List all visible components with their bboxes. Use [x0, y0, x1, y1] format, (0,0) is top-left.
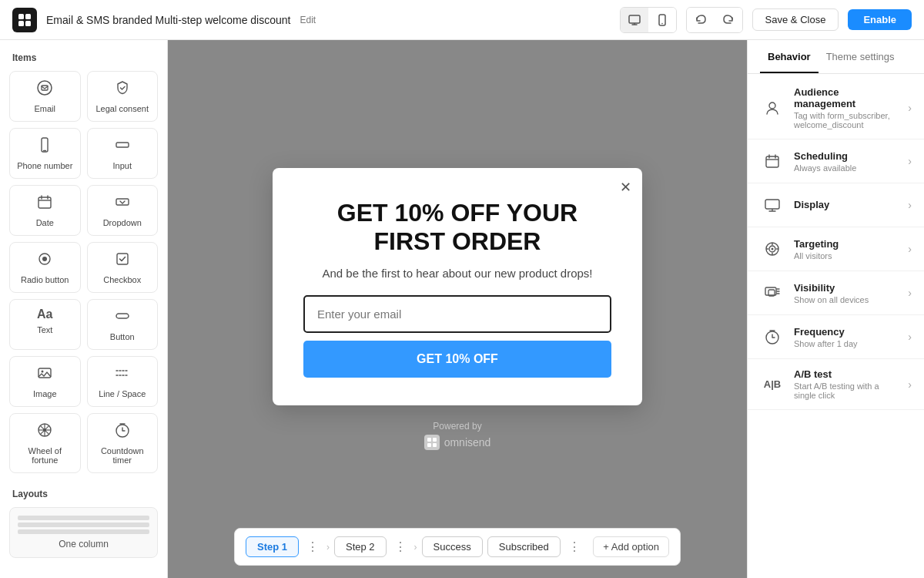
edit-label[interactable]: Edit: [300, 15, 316, 25]
step-1-menu-button[interactable]: ⋮: [303, 538, 322, 556]
add-option-button[interactable]: + Add option: [593, 536, 669, 557]
svg-rect-35: [427, 438, 431, 442]
item-email-label: Email: [34, 104, 55, 113]
popup-close-button[interactable]: ✕: [620, 179, 631, 196]
rpi-frequency[interactable]: Frequency Show after 1 day ›: [748, 315, 924, 359]
line-space-icon: [114, 365, 131, 385]
rpi-audience-management[interactable]: Audience management Tag with form_subscr…: [748, 77, 924, 139]
item-date[interactable]: Date: [9, 185, 81, 236]
item-input[interactable]: Input: [87, 128, 159, 179]
image-icon: [36, 365, 53, 385]
text-icon: Aa: [37, 307, 52, 321]
targeting-subtitle: All visitors: [794, 251, 899, 260]
popup-modal: ✕ GET 10% OFF YOUR FIRST ORDER And be th…: [273, 168, 642, 405]
item-email[interactable]: Email: [9, 71, 81, 122]
svg-rect-3: [25, 21, 31, 26]
redo-button[interactable]: [715, 8, 742, 32]
app-logo: [12, 8, 37, 32]
ab-test-icon: A|B: [760, 372, 785, 397]
scheduling-chevron: ›: [908, 155, 912, 167]
svg-rect-21: [117, 254, 128, 264]
items-section-title: Items: [9, 52, 158, 63]
item-countdown-timer[interactable]: Countdown timer: [87, 413, 159, 473]
visibility-icon: [760, 281, 785, 305]
legal-consent-icon: [114, 79, 131, 100]
undo-redo-group: [686, 7, 743, 33]
countdown-timer-icon: [114, 422, 131, 442]
powered-by: Powered by omnisend: [424, 421, 491, 450]
step-1-pill[interactable]: Step 1: [246, 536, 299, 557]
step-subscribed-menu-button[interactable]: ⋮: [565, 538, 584, 556]
rpi-scheduling[interactable]: Scheduling Always available ›: [748, 139, 924, 183]
right-panel: Behavior Theme settings Audience managem…: [747, 40, 924, 578]
left-sidebar: Items Email Legal consent Phone number: [0, 40, 168, 578]
svg-rect-11: [42, 138, 48, 152]
item-image[interactable]: Image: [9, 356, 81, 407]
popup-cta-button[interactable]: GET 10% OFF: [303, 341, 611, 378]
rpi-ab-test[interactable]: A|B A/B test Start A/B testing with a si…: [748, 359, 924, 410]
targeting-content: Targeting All visitors: [794, 238, 899, 260]
item-input-label: Input: [113, 161, 132, 170]
item-countdown-timer-label: Countdown timer: [92, 446, 153, 465]
svg-rect-10: [42, 86, 48, 90]
input-icon: [114, 136, 131, 157]
step-2-pill[interactable]: Step 2: [334, 536, 387, 557]
svg-rect-37: [427, 443, 431, 447]
mobile-view-button[interactable]: [648, 8, 676, 32]
svg-rect-0: [18, 14, 24, 19]
audience-management-icon: [760, 96, 785, 120]
email-icon: [36, 79, 53, 100]
desktop-view-button[interactable]: [621, 8, 648, 32]
svg-rect-22: [116, 314, 129, 318]
item-checkbox[interactable]: Checkbox: [87, 242, 159, 293]
svg-rect-4: [629, 15, 640, 23]
radio-button-icon: [36, 250, 53, 271]
svg-rect-1: [25, 14, 31, 19]
step-bar: Step 1 ⋮ › Step 2 ⋮ › Success Subscribed…: [234, 528, 681, 566]
popup-title: GET 10% OFF YOUR FIRST ORDER: [303, 199, 611, 256]
enable-button[interactable]: Enable: [848, 9, 912, 30]
rpi-targeting[interactable]: Targeting All visitors ›: [748, 227, 924, 271]
svg-rect-40: [766, 156, 778, 167]
rpi-visibility[interactable]: Visibility Show on all devices ›: [748, 271, 924, 315]
item-phone-number-label: Phone number: [17, 161, 72, 170]
audience-management-content: Audience management Tag with form_subscr…: [794, 86, 899, 129]
item-radio-button[interactable]: Radio button: [9, 242, 81, 293]
item-wheel-of-fortune[interactable]: Wheel of fortune: [9, 413, 81, 473]
scheduling-icon: [760, 149, 785, 173]
popup-email-input[interactable]: [303, 295, 611, 333]
svg-point-9: [38, 81, 52, 95]
targeting-chevron: ›: [908, 243, 912, 255]
scheduling-title: Scheduling: [794, 150, 899, 162]
display-icon: [760, 193, 785, 217]
step-arrow-1: ›: [326, 542, 330, 553]
tab-behavior[interactable]: Behavior: [760, 40, 819, 73]
wheel-of-fortune-icon: [36, 422, 53, 442]
save-close-button[interactable]: Save & Close: [752, 8, 839, 31]
svg-rect-2: [18, 21, 24, 26]
undo-button[interactable]: [687, 8, 715, 32]
svg-point-8: [661, 22, 663, 24]
step-2-menu-button[interactable]: ⋮: [391, 538, 410, 556]
display-content: Display: [794, 199, 899, 212]
item-text[interactable]: Aa Text: [9, 299, 81, 350]
item-button[interactable]: Button: [87, 299, 159, 350]
step-success-pill[interactable]: Success: [422, 536, 483, 557]
svg-point-24: [42, 371, 44, 373]
item-legal-consent[interactable]: Legal consent: [87, 71, 159, 122]
display-title: Display: [794, 199, 899, 210]
item-dropdown[interactable]: Dropdown: [87, 185, 159, 236]
item-line-space[interactable]: Line / Space: [87, 356, 159, 407]
visibility-content: Visibility Show on all devices: [794, 282, 899, 304]
frequency-title: Frequency: [794, 326, 899, 338]
step-subscribed-pill[interactable]: Subscribed: [487, 536, 561, 557]
audience-management-chevron: ›: [908, 102, 912, 114]
device-toggle-group: [620, 7, 677, 33]
rpi-display[interactable]: Display ›: [748, 183, 924, 227]
checkbox-icon: [114, 250, 131, 271]
svg-rect-44: [765, 200, 779, 209]
scheduling-content: Scheduling Always available: [794, 150, 899, 173]
layout-one-column[interactable]: One column: [9, 507, 158, 558]
tab-theme-settings[interactable]: Theme settings: [819, 40, 902, 73]
item-phone-number[interactable]: Phone number: [9, 128, 81, 179]
